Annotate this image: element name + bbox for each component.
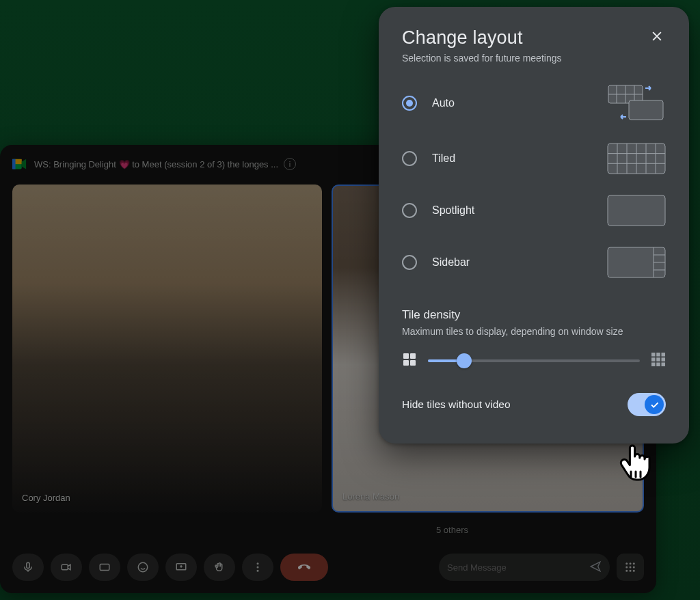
svg-rect-49 [662,357,666,362]
svg-rect-40 [403,353,409,359]
more-options-button[interactable] [242,554,273,581]
svg-rect-4 [62,564,68,570]
svg-rect-42 [403,360,409,366]
svg-rect-45 [656,353,660,357]
svg-rect-47 [651,357,656,362]
svg-rect-5 [100,564,109,571]
svg-point-6 [138,562,148,572]
layout-option-auto[interactable]: Auto [402,84,666,122]
captions-button[interactable] [89,554,120,581]
svg-rect-51 [656,363,660,367]
tile-density-slider[interactable] [428,354,640,368]
raise-hand-button[interactable] [204,554,235,581]
hide-tiles-label: Hide tiles without video [402,398,511,411]
radio-icon [402,96,417,111]
layout-options: Auto Tiled [402,84,666,278]
svg-rect-52 [662,363,666,367]
radio-icon [402,151,417,166]
radio-icon [402,203,417,218]
svg-point-19 [633,570,635,572]
message-input[interactable] [447,562,582,573]
hide-tiles-toggle[interactable] [628,393,666,416]
dialog-subtitle: Selection is saved for future meetings [402,53,561,64]
svg-point-13 [633,562,635,564]
radio-icon [402,255,417,270]
tile-density-slider-row [402,352,666,370]
layout-option-spotlight[interactable]: Spotlight [402,195,666,226]
hangup-button[interactable] [280,554,328,581]
option-label: Tiled [432,152,455,165]
svg-rect-46 [662,353,666,357]
send-message-field[interactable] [439,554,610,581]
svg-point-9 [257,567,259,569]
apps-grid-button[interactable] [617,554,644,581]
change-layout-dialog: Change layout Selection is saved for fut… [379,7,689,444]
spotlight-thumbnail-icon [607,195,666,226]
svg-rect-48 [656,357,660,362]
dialog-title: Change layout [402,27,561,49]
option-label: Spotlight [432,204,474,217]
option-label: Sidebar [432,256,470,269]
svg-point-12 [630,562,632,564]
svg-rect-50 [651,363,656,367]
camera-button[interactable] [51,554,82,581]
info-icon[interactable]: i [284,158,296,170]
tiled-thumbnail-icon [607,143,666,174]
send-icon[interactable] [589,560,602,575]
svg-rect-41 [410,353,416,359]
sidebar-thumbnail-icon [607,247,666,278]
grid-small-icon [402,352,417,370]
present-button[interactable] [165,554,197,581]
participant-name: Lorena Mason [342,491,399,502]
svg-point-16 [633,567,635,569]
tile-density-title: Tile density [402,308,666,322]
option-label: Auto [432,97,455,109]
meeting-title: WS: Bringing Delight 💗 to Meet (session … [34,159,278,169]
svg-point-18 [630,570,632,572]
svg-point-14 [625,567,628,569]
svg-point-15 [630,567,632,569]
svg-rect-44 [651,353,656,357]
layout-option-sidebar[interactable]: Sidebar [402,247,666,278]
mic-button[interactable] [12,554,44,581]
svg-point-17 [625,570,628,572]
video-tile[interactable]: Cory Jordan [12,185,322,513]
meet-logo-icon [12,158,27,170]
meet-toolbar [12,554,644,581]
others-count[interactable]: 5 others [12,525,644,535]
svg-rect-2 [12,159,16,169]
auto-thumbnail-icon [607,84,666,122]
svg-point-11 [625,562,628,564]
reactions-button[interactable] [127,554,159,581]
close-icon[interactable] [648,27,666,45]
svg-point-10 [257,570,259,572]
svg-rect-3 [27,562,30,568]
grid-large-icon [651,352,666,370]
svg-rect-34 [608,195,665,226]
svg-rect-43 [410,360,416,366]
layout-option-tiled[interactable]: Tiled [402,143,666,174]
toggle-knob [645,395,664,414]
svg-rect-25 [629,100,663,120]
tile-density-subtitle: Maximum tiles to display, depending on w… [402,326,666,337]
participant-name: Cory Jordan [22,493,70,503]
svg-point-8 [257,562,259,564]
